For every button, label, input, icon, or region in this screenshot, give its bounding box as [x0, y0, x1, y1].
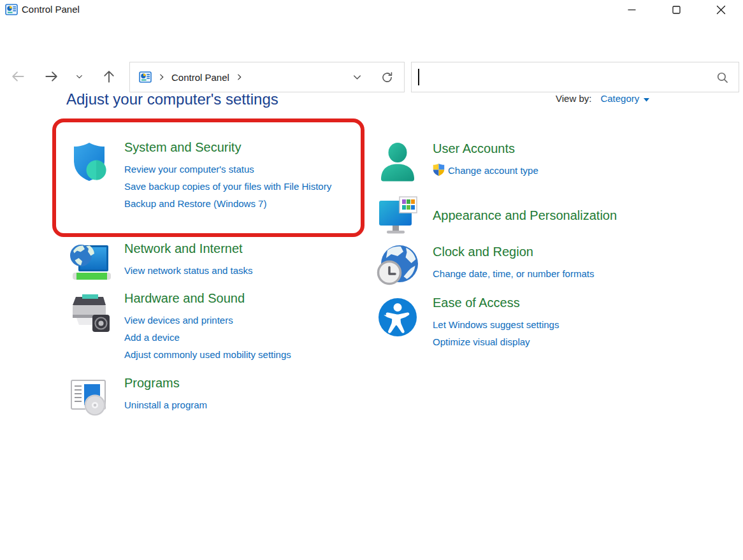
- task-link-view-devices-and-printers[interactable]: View devices and printers: [124, 312, 336, 329]
- minimize-icon: [627, 5, 637, 15]
- category-title-system-and-security[interactable]: System and Security: [124, 139, 241, 155]
- task-link-backup-and-restore-windows-7[interactable]: Backup and Restore (Windows 7): [124, 195, 336, 212]
- control-panel-window: Control Panel: [0, 0, 743, 560]
- task-link-label: Optimize visual display: [433, 336, 530, 347]
- task-link-label: Adjust commonly used mobility settings: [124, 349, 291, 360]
- control-panel-icon: [5, 3, 18, 16]
- category-title-network-and-internet[interactable]: Network and Internet: [124, 240, 243, 257]
- maximize-icon: [672, 5, 681, 15]
- category-title-programs[interactable]: Programs: [124, 375, 180, 391]
- view-by-dropdown[interactable]: Category: [600, 93, 649, 104]
- programs-icon[interactable]: [66, 375, 112, 420]
- task-link-save-backup-copies-of-your-files-with-file-history[interactable]: Save backup copies of your files with Fi…: [124, 178, 336, 195]
- task-link-review-your-computer's-status[interactable]: Review your computer's status: [124, 161, 336, 178]
- titlebar: Control Panel: [0, 0, 743, 19]
- task-link-let-windows-suggest-settings[interactable]: Let Windows suggest settings: [433, 316, 713, 333]
- category-user-accounts: User AccountsChange account type: [375, 140, 713, 186]
- uac-shield-icon: [433, 163, 445, 175]
- task-link-label: Uninstall a program: [124, 399, 207, 410]
- category-network-and-internet: Network and InternetView network status …: [66, 240, 336, 286]
- category-clock-and-region: Clock and RegionChange date, time, or nu…: [375, 243, 713, 289]
- ease-of-access-icon[interactable]: [375, 294, 421, 340]
- category-title-ease-of-access[interactable]: Ease of Access: [433, 294, 520, 311]
- task-link-label: Change account type: [448, 165, 538, 176]
- category-title-clock-and-region[interactable]: Clock and Region: [433, 243, 533, 260]
- task-link-optimize-visual-display[interactable]: Optimize visual display: [433, 333, 713, 350]
- task-link-label: View devices and printers: [124, 315, 233, 326]
- task-link-label: Backup and Restore (Windows 7): [124, 198, 266, 209]
- window-title: Control Panel: [22, 0, 80, 19]
- main-content: Adjust your computer's settings View by:…: [0, 62, 743, 560]
- task-link-view-network-status-and-tasks[interactable]: View network status and tasks: [124, 262, 336, 279]
- task-link-add-a-device[interactable]: Add a device: [124, 329, 336, 346]
- navigation-bar: Control Panel: [0, 31, 743, 62]
- category-ease-of-access: Ease of AccessLet Windows suggest settin…: [375, 294, 713, 350]
- maximize-button[interactable]: [654, 0, 698, 19]
- view-by-value: Category: [600, 93, 639, 104]
- task-link-label: Review your computer's status: [124, 164, 254, 175]
- clock-region-icon[interactable]: [375, 243, 421, 289]
- user-accounts-icon[interactable]: [375, 140, 421, 186]
- task-link-label: Add a device: [124, 332, 180, 343]
- category-hardware-and-sound: Hardware and SoundView devices and print…: [66, 290, 336, 363]
- page-title: Adjust your computer's settings: [66, 90, 278, 108]
- category-appearance-and-personalization: Appearance and Personalization: [375, 192, 713, 238]
- task-link-adjust-commonly-used-mobility-settings[interactable]: Adjust commonly used mobility settings: [124, 346, 336, 363]
- category-title-user-accounts[interactable]: User Accounts: [433, 140, 515, 157]
- dropdown-caret-icon: [644, 93, 649, 104]
- task-link-label: Let Windows suggest settings: [433, 319, 559, 330]
- task-link-label: Change date, time, or number formats: [433, 268, 594, 279]
- category-programs: ProgramsUninstall a program: [66, 375, 336, 420]
- minimize-button[interactable]: [609, 0, 654, 19]
- view-by-control: View by: Category: [556, 93, 649, 104]
- view-by-label: View by:: [556, 93, 591, 104]
- close-icon: [716, 4, 726, 15]
- hardware-sound-icon[interactable]: [66, 290, 112, 336]
- task-link-label: Save backup copies of your files with Fi…: [124, 181, 331, 192]
- task-link-uninstall-a-program[interactable]: Uninstall a program: [124, 396, 336, 413]
- task-link-label: View network status and tasks: [124, 265, 253, 276]
- category-system-and-security: System and SecurityReview your computer'…: [66, 139, 336, 212]
- category-title-appearance-and-personalization[interactable]: Appearance and Personalization: [433, 207, 617, 224]
- system-security-icon[interactable]: [66, 139, 112, 185]
- category-title-hardware-and-sound[interactable]: Hardware and Sound: [124, 290, 245, 306]
- task-link-change-account-type[interactable]: Change account type: [433, 162, 713, 179]
- appearance-personalization-icon[interactable]: [375, 192, 421, 238]
- close-button[interactable]: [698, 0, 743, 19]
- network-internet-icon[interactable]: [66, 240, 112, 286]
- task-link-change-date,-time,-or-number-formats[interactable]: Change date, time, or number formats: [433, 265, 713, 282]
